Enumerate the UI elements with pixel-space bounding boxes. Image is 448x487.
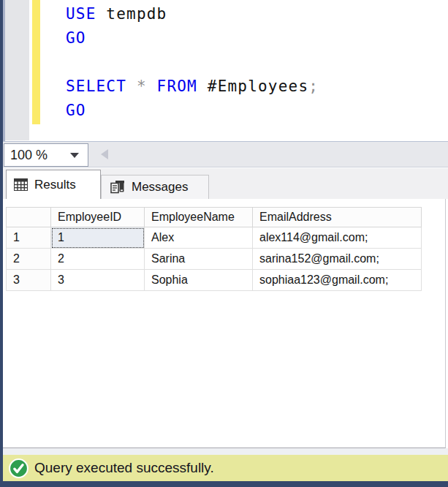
editor-bottom-bar: 100 %	[3, 141, 448, 167]
window-frame-accent	[3, 0, 5, 141]
grid-cell[interactable]: 2	[51, 249, 145, 270]
code-line: USE tempdb	[66, 2, 319, 26]
editor-indicator-margin	[5, 0, 29, 140]
grid-cell[interactable]: 3	[51, 270, 145, 291]
results-grid-icon	[14, 178, 28, 191]
results-tabstrip: Results Messages	[3, 168, 448, 199]
panel-gap	[3, 448, 448, 455]
grid-cell[interactable]: sophiaa123@gmail.com;	[253, 270, 422, 291]
grid-cell[interactable]: sarina152@gmail.com;	[253, 249, 422, 270]
success-check-icon	[9, 458, 29, 478]
code-line: GO	[66, 26, 319, 50]
row-number-cell[interactable]: 3	[7, 270, 51, 291]
status-bar: Query executed successfully.	[3, 455, 448, 481]
row-number-cell[interactable]: 2	[7, 249, 51, 270]
status-message: Query executed successfully.	[34, 460, 214, 476]
column-header-employeeid[interactable]: EmployeeID	[51, 208, 145, 227]
code-line	[66, 50, 319, 75]
sql-code: USE tempdbGOSELECT * FROM #Employees;GO	[66, 2, 319, 123]
tab-results[interactable]: Results	[6, 170, 101, 199]
grid-cell[interactable]: alex114@gmail.com;	[253, 227, 422, 249]
query-editor[interactable]: USE tempdbGOSELECT * FROM #Employees;GO	[3, 0, 448, 142]
grid-cell[interactable]: Alex	[145, 227, 253, 249]
window-frame-bottom	[0, 481, 448, 487]
table-row: 11Alexalex114@gmail.com;	[7, 227, 422, 249]
chevron-down-icon	[70, 153, 79, 158]
grid-cell[interactable]: Sarina	[145, 249, 253, 270]
results-grid-table[interactable]: EmployeeIDEmployeeNameEmailAddress11Alex…	[6, 207, 422, 291]
column-header-employeename[interactable]: EmployeeName	[145, 208, 253, 227]
table-row: 22Sarinasarina152@gmail.com;	[7, 249, 422, 270]
grid-corner-cell[interactable]	[7, 208, 51, 227]
tab-messages-label: Messages	[132, 180, 188, 195]
code-line: GO	[66, 99, 319, 123]
zoom-level-value: 100 %	[4, 148, 70, 163]
scroll-left-arrow-icon[interactable]	[101, 149, 108, 159]
tab-results-label: Results	[34, 178, 76, 192]
change-tracking-bar	[32, 0, 40, 124]
code-line: SELECT * FROM #Employees;	[66, 75, 319, 99]
horizontal-scrollbar[interactable]	[94, 142, 448, 167]
column-header-emailaddress[interactable]: EmailAddress	[253, 208, 422, 227]
grid-header-row: EmployeeIDEmployeeNameEmailAddress	[7, 208, 422, 227]
results-panel: EmployeeIDEmployeeNameEmailAddress11Alex…	[3, 199, 446, 448]
table-row: 33Sophiasophiaa123@gmail.com;	[7, 270, 422, 291]
grid-cell[interactable]: Sophia	[145, 270, 253, 291]
tab-messages[interactable]: Messages	[101, 175, 209, 199]
zoom-level-select[interactable]: 100 %	[4, 143, 88, 167]
messages-document-icon	[110, 181, 125, 194]
row-number-cell[interactable]: 1	[7, 227, 51, 249]
grid-cell[interactable]: 1	[51, 227, 145, 249]
